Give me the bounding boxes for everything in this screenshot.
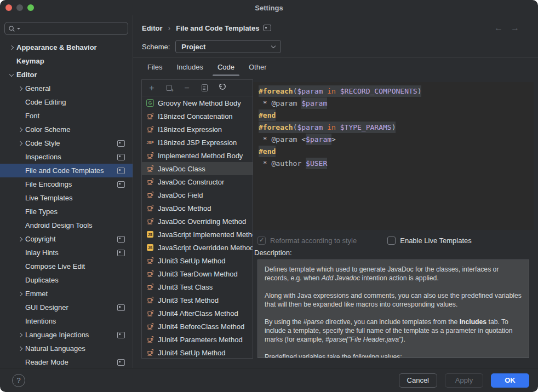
tab-files[interactable]: Files [140, 62, 169, 76]
template-item-javadoc-constructor[interactable]: JavaDoc Constructor [142, 175, 253, 188]
sidebar-item-editor[interactable]: Editor [0, 68, 133, 82]
forward-button[interactable]: → [511, 23, 519, 33]
undo-icon [218, 84, 226, 93]
description-panel[interactable]: Defines template which used to generate … [257, 260, 529, 358]
sidebar-item-color-scheme[interactable]: Color Scheme [0, 123, 133, 136]
template-item-label: JUnit4 BeforeClass Method [158, 322, 244, 331]
sidebar-item-copyright[interactable]: Copyright [0, 232, 133, 246]
java-icon [146, 191, 154, 199]
create-child-template-button[interactable] [165, 84, 174, 93]
template-item-groovy-new-method-body[interactable]: GGroovy New Method Body [142, 96, 253, 109]
template-item-javascript-overridden-methods[interactable]: JSJavaScript Overridden Methods [142, 241, 253, 254]
back-button[interactable]: ← [494, 23, 503, 33]
sidebar-item-reader-mode[interactable]: Reader Mode [0, 355, 133, 368]
zoom-window-button[interactable] [27, 4, 34, 11]
sidebar-item-label: Code Style [25, 139, 60, 147]
sidebar-item-android-design-tools[interactable]: Android Design Tools [0, 218, 133, 232]
js-icon: JS [146, 230, 154, 238]
sidebar-item-live-templates[interactable]: Live Templates [0, 191, 133, 205]
sidebar-item-label: GUI Designer [25, 303, 68, 312]
close-window-button[interactable] [5, 4, 12, 11]
sidebar-item-duplicates[interactable]: Duplicates [0, 273, 133, 287]
sidebar-item-inspections[interactable]: Inspections [0, 150, 133, 164]
chevron-right-icon [15, 128, 25, 131]
template-item-junit3-setup-method[interactable]: JUnit3 SetUp Method [142, 254, 253, 267]
java-icon [146, 322, 154, 330]
template-item-label: JUnit3 SetUp Method [158, 257, 226, 265]
template-item-javadoc-field[interactable]: JavaDoc Field [142, 188, 253, 201]
sidebar-item-compose-live-edit[interactable]: Compose Live Edit [0, 260, 133, 273]
reformat-checkbox[interactable]: Reformat according to style [257, 237, 357, 245]
scheme-select[interactable]: Project [175, 40, 281, 53]
description-label: Description: [254, 249, 534, 257]
sidebar-item-label: Appearance & Behavior [16, 43, 97, 51]
cancel-button[interactable]: Cancel [399, 373, 437, 388]
template-item-javadoc-class[interactable]: JavaDoc Class [142, 162, 253, 175]
java-icon [146, 204, 154, 212]
per-monitor-settings-icon [117, 236, 125, 243]
sidebar-item-keymap[interactable]: Keymap [0, 54, 133, 68]
template-item-javascript-implemented-methods[interactable]: JSJavaScript Implemented Methods [142, 228, 253, 241]
sidebar-item-intentions[interactable]: Intentions [0, 314, 133, 328]
sidebar-item-general[interactable]: General [0, 82, 133, 95]
template-item-junit4-beforeclass-method[interactable]: JUnit4 BeforeClass Method [142, 320, 253, 333]
sidebar-item-file-types[interactable]: File Types [0, 205, 133, 218]
tab-includes[interactable]: Includes [169, 62, 210, 76]
template-item-i18nized-expression[interactable]: I18nized Expression [142, 123, 253, 136]
breadcrumb-editor[interactable]: Editor [142, 24, 163, 32]
sidebar-item-code-editing[interactable]: Code Editing [0, 95, 133, 109]
breadcrumb-page-title: File and Code Templates [176, 24, 259, 32]
sidebar-item-font[interactable]: Font [0, 109, 133, 123]
template-item-label: JavaScript Overridden Methods [158, 244, 253, 252]
template-item-junit4-afterclass-method[interactable]: JUnit4 AfterClass Method [142, 307, 253, 320]
chevron-right-icon [15, 87, 25, 90]
template-item-i18nized-concatenation[interactable]: I18nized Concatenation [142, 109, 253, 123]
help-button[interactable]: ? [12, 374, 25, 387]
sidebar-item-file-and-code-templates[interactable]: File and Code Templates [0, 164, 133, 177]
sidebar-item-gui-designer[interactable]: GUI Designer [0, 301, 133, 314]
sidebar-item-appearance-behavior[interactable]: Appearance & Behavior [0, 41, 133, 54]
copy-template-button[interactable] [200, 84, 209, 93]
template-item-label: JavaDoc Class [158, 165, 205, 173]
apply-button[interactable]: Apply [445, 373, 483, 388]
search-input[interactable] [22, 24, 124, 33]
template-item-i18nized-jsp-expression[interactable]: JSPI18nized JSP Expression [142, 136, 253, 149]
java-icon [146, 125, 154, 133]
sidebar-item-file-encodings[interactable]: File Encodings [0, 177, 133, 191]
ok-button[interactable]: OK [491, 373, 529, 388]
tabs: FilesIncludesCodeOther [133, 62, 538, 76]
sidebar-item-emmet[interactable]: Emmet [0, 287, 133, 301]
settings-tree: Appearance & BehaviorKeymapEditorGeneral… [0, 41, 133, 368]
sidebar-item-natural-languages[interactable]: Natural Languages [0, 342, 133, 355]
enable-live-templates-checkbox[interactable]: Enable Live Templates [387, 237, 472, 245]
template-item-javadoc-method[interactable]: JavaDoc Method [142, 201, 253, 215]
template-item-label: JUnit4 SetUp Method [158, 349, 226, 357]
add-template-button[interactable]: + [147, 84, 156, 93]
template-editor[interactable]: #foreach($param in $RECORD_COMPONENTS) *… [253, 82, 534, 230]
tab-other[interactable]: Other [242, 62, 274, 76]
sidebar-item-language-injections[interactable]: Language Injections [0, 328, 133, 342]
per-monitor-settings-icon [117, 140, 125, 147]
template-item-javadoc-overriding-method[interactable]: JavaDoc Overriding Method [142, 215, 253, 228]
template-item-label: JavaDoc Overriding Method [158, 217, 246, 226]
template-item-junit3-test-method[interactable]: JUnit3 Test Method [142, 293, 253, 307]
search-field[interactable] [4, 22, 128, 35]
tab-code[interactable]: Code [210, 62, 242, 76]
template-item-junit3-teardown-method[interactable]: JUnit3 TearDown Method [142, 267, 253, 280]
sidebar-item-label: Duplicates [25, 276, 59, 284]
template-item-label: Implemented Method Body [158, 152, 243, 160]
template-item-junit3-test-class[interactable]: JUnit3 Test Class [142, 280, 253, 293]
template-item-implemented-method-body[interactable]: Implemented Method Body [142, 149, 253, 162]
remove-template-button[interactable]: − [182, 84, 191, 93]
reset-template-button[interactable] [218, 84, 226, 93]
sidebar-item-label: Code Editing [25, 98, 66, 106]
sidebar-item-code-style[interactable]: Code Style [0, 136, 133, 150]
template-item-junit4-parameters-method[interactable]: JUnit4 Parameters Method [142, 333, 253, 346]
minimize-window-button[interactable] [16, 4, 23, 11]
sidebar-item-inlay-hints[interactable]: Inlay Hints [0, 246, 133, 260]
template-item-junit4-setup-method[interactable]: JUnit4 SetUp Method [142, 346, 253, 358]
search-options-caret-icon [17, 28, 20, 30]
breadcrumb-separator: › [168, 24, 171, 32]
chevron-right-icon [15, 347, 25, 350]
description-paragraph: Predefined variables take the following … [265, 353, 522, 358]
